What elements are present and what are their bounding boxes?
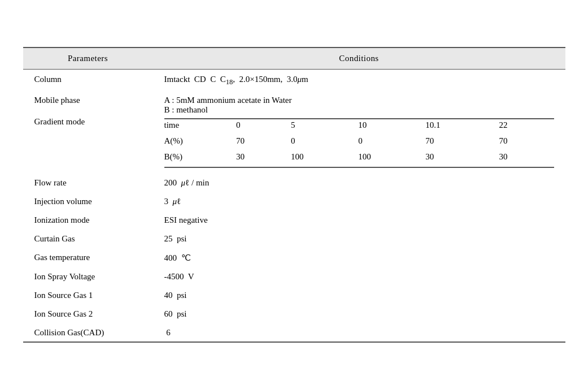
param-gas-temperature: Gas temperature [23, 248, 153, 267]
table-row: Mobile phase A : 5mM ammonium acetate in… [23, 90, 565, 116]
condition-collision-gas: 6 [153, 323, 565, 342]
param-column: Column [23, 69, 153, 90]
condition-flow-rate: 200 μℓ / min [153, 173, 565, 192]
table-row: Ionization mode ESI negative [23, 210, 565, 229]
gradient-b-101: 30 [425, 151, 499, 167]
parameters-table: Parameters Conditions Column Imtackt CD … [23, 47, 565, 343]
gradient-time-0: 0 [236, 119, 291, 135]
gradient-b-5: 100 [291, 151, 358, 167]
condition-ion-spray-voltage: -4500 V [153, 267, 565, 286]
mobile-phase-line2: B : methanol [164, 105, 554, 115]
gradient-time-label: time [164, 119, 236, 135]
gradient-b-label: B(%) [164, 151, 236, 167]
condition-gas-temperature: 400 ℃ [153, 248, 565, 267]
condition-gradient-mode: time 0 5 10 10.1 22 A(%) 70 0 [153, 116, 565, 173]
gradient-b-row: B(%) 30 100 100 30 30 [164, 151, 554, 167]
gradient-time-5: 5 [291, 119, 358, 135]
param-collision-gas: Collision Gas(CAD) [23, 323, 153, 342]
mobile-phase-line1: A : 5mM ammonium acetate in Water [164, 96, 554, 105]
gradient-time-101: 10.1 [425, 119, 499, 135]
table-header-row: Parameters Conditions [23, 47, 565, 70]
gradient-a-10: 0 [358, 135, 425, 151]
gradient-inner-table: time 0 5 10 10.1 22 A(%) 70 0 [164, 118, 554, 168]
param-flow-rate: Flow rate [23, 173, 153, 192]
param-ion-spray-voltage: Ion Spray Voltage [23, 267, 153, 286]
condition-column: Imtackt CD C C18, 2.0×150mm, 3.0μm [153, 69, 565, 90]
table-row: Curtain Gas 25 psi [23, 229, 565, 248]
gradient-a-101: 70 [425, 135, 499, 151]
table-row: Column Imtackt CD C C18, 2.0×150mm, 3.0μ… [23, 69, 565, 90]
gradient-time-22: 22 [499, 119, 554, 135]
param-ion-source-gas-1: Ion Source Gas 1 [23, 286, 153, 304]
gradient-b-0: 30 [236, 151, 291, 167]
param-mobile-phase: Mobile phase [23, 90, 153, 116]
header-conditions: Conditions [153, 47, 565, 70]
gradient-a-label: A(%) [164, 135, 236, 151]
gradient-a-row: A(%) 70 0 0 70 70 [164, 135, 554, 151]
table-row: Ion Source Gas 1 40 psi [23, 286, 565, 304]
gradient-time-10: 10 [358, 119, 425, 135]
table-wrapper: Parameters Conditions Column Imtackt CD … [23, 47, 565, 343]
table-row: Flow rate 200 μℓ / min [23, 173, 565, 192]
condition-curtain-gas: 25 psi [153, 229, 565, 248]
gradient-a-5: 0 [291, 135, 358, 151]
param-injection-volume: Injection volume [23, 192, 153, 210]
param-curtain-gas: Curtain Gas [23, 229, 153, 248]
condition-ion-source-gas-1: 40 psi [153, 286, 565, 304]
condition-mobile-phase: A : 5mM ammonium acetate in Water B : me… [153, 90, 565, 116]
condition-injection-volume: 3 μℓ [153, 192, 565, 210]
table-row: Injection volume 3 μℓ [23, 192, 565, 210]
condition-ionization-mode: ESI negative [153, 210, 565, 229]
param-gradient-mode: Gradient mode [23, 116, 153, 173]
table-row: Collision Gas(CAD) 6 [23, 323, 565, 342]
condition-ion-source-gas-2: 60 psi [153, 304, 565, 323]
header-parameters: Parameters [23, 47, 153, 70]
gradient-b-10: 100 [358, 151, 425, 167]
gradient-header-row: time 0 5 10 10.1 22 [164, 119, 554, 135]
gradient-b-22: 30 [499, 151, 554, 167]
param-ionization-mode: Ionization mode [23, 210, 153, 229]
table-row: Gas temperature 400 ℃ [23, 248, 565, 267]
param-ion-source-gas-2: Ion Source Gas 2 [23, 304, 153, 323]
table-row: Ion Spray Voltage -4500 V [23, 267, 565, 286]
gradient-a-0: 70 [236, 135, 291, 151]
table-row: Gradient mode time 0 5 10 10.1 22 [23, 116, 565, 173]
table-row: Ion Source Gas 2 60 psi [23, 304, 565, 323]
gradient-a-22: 70 [499, 135, 554, 151]
